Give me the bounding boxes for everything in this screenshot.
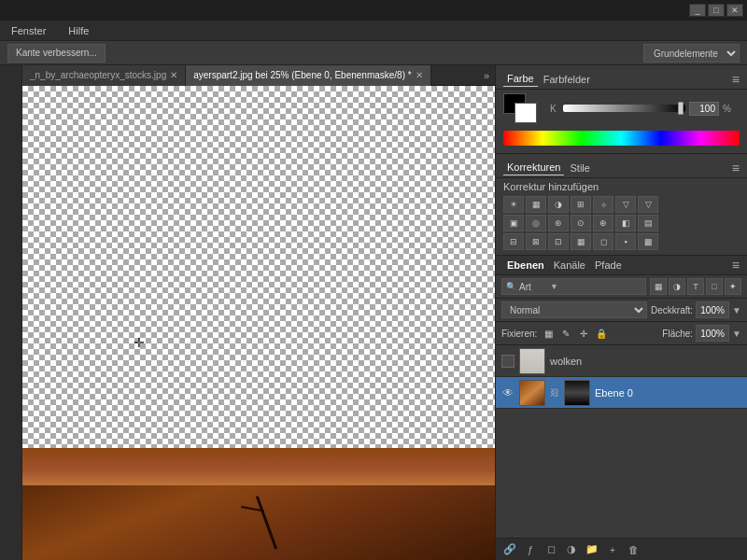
opacity-label: Deckkraft:	[651, 305, 693, 315]
flaeche-dropdown-arrow[interactable]: ▼	[732, 329, 741, 339]
tab-overflow-arrow[interactable]: »	[478, 65, 495, 86]
search-icon: 🔍	[506, 282, 516, 291]
fix-gradient-icon[interactable]: ✎	[558, 326, 573, 341]
tab-pfade[interactable]: Pfade	[591, 258, 626, 273]
fixieren-row: Fixieren: ▦ ✎ ✛ 🔒 Fläche: ▼	[496, 322, 747, 345]
ebene0-mask-thumbnail	[564, 380, 590, 406]
workspace-select[interactable]: Grundelemente	[643, 44, 740, 63]
tab-ebenen[interactable]: Ebenen	[503, 258, 548, 273]
canvas-cursor: ✛	[134, 338, 144, 347]
layer-item-wolken[interactable]: wolken	[496, 345, 747, 377]
k-slider-thumb[interactable]	[678, 102, 684, 115]
layer-text-icon[interactable]: T	[687, 278, 704, 295]
layer-group-button[interactable]: 📁	[584, 541, 600, 558]
ebene0-visibility-icon[interactable]: 👁	[501, 386, 514, 399]
fix-pixels-icon[interactable]: ▦	[541, 326, 556, 341]
layer-delete-button[interactable]: 🗑	[625, 541, 641, 558]
adj-shadow-icon[interactable]: ⊡	[548, 233, 569, 250]
adj-extra3-icon[interactable]: ▪	[615, 233, 636, 250]
k-label: K	[550, 104, 559, 114]
k-slider[interactable]	[563, 105, 685, 112]
fixieren-label: Fixieren:	[501, 329, 537, 339]
layer-adjustment-icon[interactable]: ◑	[669, 278, 685, 295]
tab-file2-close[interactable]: ✕	[416, 70, 423, 80]
fg-bg-swatches[interactable]	[503, 93, 537, 123]
layer-link-button[interactable]: 🔗	[501, 541, 518, 558]
tab-farbfelder[interactable]: Farbfelder	[540, 72, 594, 87]
opacity-dropdown-arrow[interactable]: ▼	[732, 305, 741, 315]
canvas-viewport[interactable]: ✛	[22, 86, 495, 560]
flaeche-value-input[interactable]	[696, 325, 729, 342]
fix-icons: ▦ ✎ ✛ 🔒	[541, 326, 609, 341]
tab-kanaele[interactable]: Kanäle	[550, 258, 589, 273]
tool-panel	[0, 65, 22, 560]
adj-exposure-icon[interactable]: ⊞	[571, 196, 591, 213]
adj-gradient-icon[interactable]: ▤	[638, 215, 658, 231]
tab-bar: _n_by_archaeopteryx_stocks.jpg ✕ ayerspa…	[22, 65, 495, 86]
adj-extra4-icon[interactable]: ▩	[638, 233, 658, 250]
color-panel-menu-icon[interactable]: ≡	[732, 72, 740, 87]
background-swatch[interactable]	[514, 103, 537, 123]
window-controls[interactable]: _ □ ✕	[689, 4, 743, 17]
tab-file2[interactable]: ayerspart2.jpg bei 25% (Ebene 0, Ebenenm…	[186, 65, 430, 86]
adj-icons-row2: ▣ ◎ ⊛ ⊙ ⊕ ◧ ▤	[496, 214, 747, 232]
color-spectrum[interactable]	[503, 131, 740, 146]
layer-new-button[interactable]: +	[604, 541, 621, 558]
layer-filter-row: 🔍 ▼ ▦ ◑ T □ ✦	[496, 275, 747, 299]
layer-style-button[interactable]: ƒ	[522, 541, 539, 558]
blend-mode-row: Normal Deckkraft: ▼	[496, 299, 747, 322]
adj-brightness-icon[interactable]: ☀	[503, 196, 524, 213]
ebenen-tabs: Ebenen Kanäle Pfade ≡	[496, 256, 747, 275]
layer-pixel-icon[interactable]: ▦	[650, 278, 667, 295]
tab-file1-close[interactable]: ✕	[170, 70, 177, 80]
edge-improve-button[interactable]: Kante verbessern...	[7, 44, 106, 63]
menu-hilfe[interactable]: Hilfe	[64, 23, 92, 38]
options-bar: Kante verbessern... Grundelemente	[0, 41, 747, 65]
opacity-row: Deckkraft: ▼	[651, 301, 741, 318]
adj-pattern-icon[interactable]: ⊟	[503, 233, 524, 250]
adj-hsl-icon[interactable]: ▽	[615, 196, 636, 213]
ebene0-layer-name: Ebene 0	[595, 387, 741, 399]
tab-farbe[interactable]: Farbe	[503, 71, 538, 87]
adj-posterize-icon[interactable]: ⊕	[593, 215, 613, 231]
layer-shape-icon[interactable]: □	[706, 278, 723, 295]
wolken-visibility-check[interactable]	[501, 355, 514, 368]
maximize-button[interactable]: □	[708, 4, 725, 17]
layer-adjustment-button[interactable]: ◑	[563, 541, 580, 558]
layer-item-ebene0[interactable]: 👁 ⛓ Ebene 0	[496, 377, 747, 409]
adj-levels-icon[interactable]: ▦	[526, 196, 546, 213]
layer-mask-button[interactable]: ◻	[543, 541, 559, 558]
tab-korrekturen[interactable]: Korrekturen	[503, 160, 564, 175]
color-panel: Farbe Farbfelder ≡ K %	[496, 65, 747, 154]
adj-selective-icon[interactable]: ⊠	[526, 233, 546, 250]
adj-extra1-icon[interactable]: ▦	[571, 233, 591, 250]
adj-channel-icon[interactable]: ⊛	[548, 215, 569, 231]
ebene0-thumbnail	[519, 380, 545, 406]
adj-photo-icon[interactable]: ◎	[526, 215, 546, 231]
adj-extra2-icon[interactable]: ◻	[593, 233, 613, 250]
adj-icons-row1: ☀ ▦ ◑ ⊞ ⟐ ▽ ▽	[496, 195, 747, 214]
fix-move-icon[interactable]: ✛	[576, 326, 591, 341]
layer-smart-icon[interactable]: ✦	[725, 278, 741, 295]
opacity-value-input[interactable]	[696, 301, 729, 318]
fix-lock-icon[interactable]: 🔒	[594, 326, 609, 341]
k-value-input[interactable]	[689, 102, 719, 116]
layer-search-box[interactable]: 🔍 ▼	[501, 278, 646, 295]
adj-bw-icon[interactable]: ▣	[503, 215, 524, 231]
search-dropdown-arrow[interactable]: ▼	[550, 282, 558, 291]
menu-fenster[interactable]: Fenster	[7, 23, 49, 38]
blend-mode-select[interactable]: Normal	[501, 301, 647, 318]
korrekturen-menu-icon[interactable]: ≡	[732, 161, 740, 175]
layer-list: wolken 👁 ⛓ Ebene 0	[496, 345, 747, 538]
adj-invert-icon[interactable]: ⊙	[571, 215, 591, 231]
minimize-button[interactable]: _	[689, 4, 706, 17]
adj-colorbalance-icon[interactable]: ▽	[638, 196, 658, 213]
tab-stile[interactable]: Stile	[566, 161, 593, 175]
layer-search-input[interactable]	[519, 282, 547, 292]
tab-file1[interactable]: _n_by_archaeopteryx_stocks.jpg ✕	[22, 65, 186, 86]
adj-curves-icon[interactable]: ◑	[548, 196, 569, 213]
ebenen-menu-icon[interactable]: ≡	[732, 258, 740, 273]
close-button[interactable]: ✕	[726, 4, 743, 17]
adj-threshold-icon[interactable]: ◧	[615, 215, 636, 231]
adj-vibrance-icon[interactable]: ⟐	[593, 196, 613, 213]
